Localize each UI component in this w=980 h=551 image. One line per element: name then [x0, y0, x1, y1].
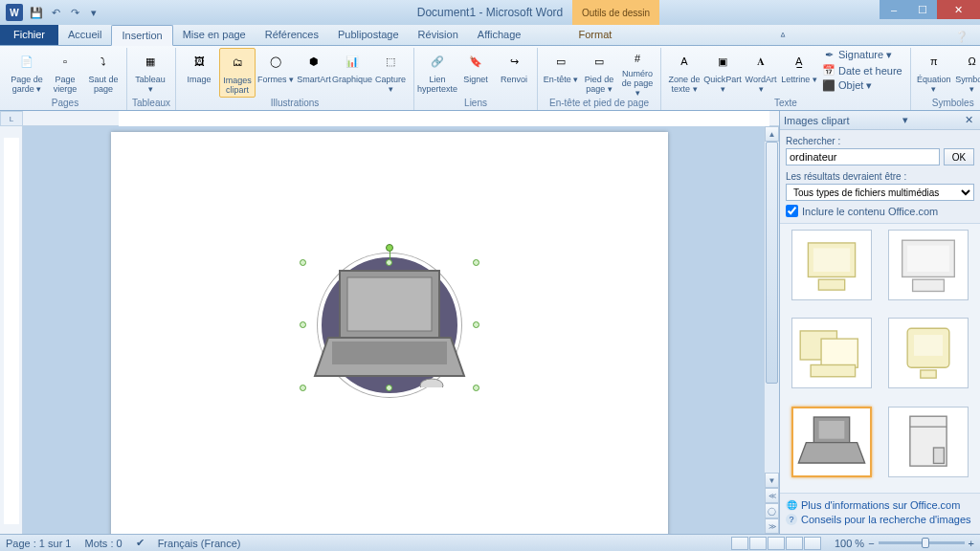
pane-menu-icon[interactable]: ▾: [900, 114, 911, 126]
resize-handle-sw[interactable]: [300, 385, 306, 391]
ribbon-small-button[interactable]: 📅Date et heure: [819, 63, 905, 77]
ribbon-button[interactable]: 🔖Signet: [457, 48, 494, 98]
pane-header[interactable]: Images clipart ▾ ✕: [780, 111, 980, 130]
browse-object-icon[interactable]: ◯: [765, 503, 779, 518]
ribbon-button[interactable]: ⬢SmartArt: [296, 48, 332, 98]
ribbon-button[interactable]: πÉquation ▾: [916, 48, 952, 98]
outline-view[interactable]: [786, 537, 803, 550]
resize-handle-w[interactable]: [300, 321, 306, 328]
laptop-clipart-selection[interactable]: [303, 263, 476, 387]
ribbon-button[interactable]: 🗂Images clipart: [219, 48, 256, 98]
ribbon-small-button[interactable]: ✒Signature ▾: [819, 48, 905, 62]
clipart-thumb[interactable]: [791, 318, 872, 388]
resize-handle-e[interactable]: [473, 321, 479, 328]
clipart-thumb[interactable]: [888, 318, 969, 388]
ribbon-button[interactable]: ▣QuickPart ▾: [704, 48, 741, 98]
ribbon-button[interactable]: ↪Renvoi: [496, 48, 532, 98]
tab-publipostage[interactable]: Publipostage: [328, 24, 409, 45]
zoom-slider[interactable]: [879, 541, 965, 544]
help-icon[interactable]: ❔: [949, 29, 974, 45]
ribbon-button[interactable]: ▭En-tête ▾: [543, 48, 579, 98]
rotate-handle[interactable]: [386, 244, 393, 252]
vertical-ruler[interactable]: [0, 126, 23, 534]
media-type-select[interactable]: Tous types de fichiers multimédias: [786, 184, 974, 201]
minimize-button[interactable]: –: [880, 0, 908, 19]
fullscreen-view[interactable]: [749, 537, 767, 550]
resize-handle-se[interactable]: [473, 385, 479, 391]
ribbon-button[interactable]: A̲Lettrine ▾: [781, 48, 817, 98]
svg-rect-12: [821, 339, 858, 367]
word-count[interactable]: Mots : 0: [85, 538, 122, 549]
include-office-checkbox[interactable]: Inclure le contenu Office.com: [786, 205, 974, 217]
qat-customize-icon[interactable]: ▾: [86, 5, 101, 20]
ribbon-button[interactable]: ⬚Capture ▾: [372, 48, 409, 98]
ribbon-button[interactable]: ▦Tableau ▾: [132, 48, 168, 98]
maximize-button[interactable]: ☐: [908, 0, 937, 19]
search-input[interactable]: [786, 148, 940, 165]
scroll-down-icon[interactable]: ▼: [765, 473, 779, 488]
ribbon-button[interactable]: ▭Pied de page ▾: [581, 48, 617, 98]
ribbon-button[interactable]: 𝐀WordArt ▾: [743, 48, 779, 98]
language-status[interactable]: Français (France): [158, 538, 241, 549]
search-ok-button[interactable]: OK: [944, 148, 974, 165]
print-layout-view[interactable]: [731, 537, 748, 550]
web-view[interactable]: [768, 537, 785, 550]
zoom-level[interactable]: 100 %: [835, 538, 864, 549]
zoom-in-button[interactable]: +: [969, 538, 974, 549]
tab-references[interactable]: Références: [256, 24, 328, 45]
pane-close-icon[interactable]: ✕: [962, 114, 976, 126]
ribbon-button[interactable]: AZone de texte ▾: [666, 48, 702, 98]
office-link[interactable]: 🌐Plus d'informations sur Office.com: [786, 499, 974, 511]
ribbon-button[interactable]: 🔗Lien hypertexte: [419, 48, 456, 98]
page[interactable]: [111, 132, 668, 534]
ribbon-label: Équation ▾: [916, 75, 952, 94]
page-status[interactable]: Page : 1 sur 1: [6, 538, 72, 549]
undo-button[interactable]: ↶: [48, 5, 63, 20]
clipart-thumb[interactable]: [791, 230, 872, 300]
ribbon-group-label: Texte: [666, 98, 905, 110]
scroll-thumb[interactable]: [766, 142, 778, 384]
ribbon-button[interactable]: ▫Page vierge: [47, 48, 83, 98]
ribbon-minimize-icon[interactable]: ᐞ: [774, 29, 791, 45]
tab-format[interactable]: Format: [568, 24, 621, 45]
zoom-out-button[interactable]: −: [868, 538, 874, 549]
close-button[interactable]: ✕: [937, 0, 980, 19]
tab-revision[interactable]: Révision: [409, 24, 468, 45]
tab-insertion[interactable]: Insertion: [111, 25, 172, 46]
ribbon-label: Image: [188, 75, 212, 84]
prev-page-icon[interactable]: ≪: [765, 488, 779, 503]
tips-link[interactable]: ?Conseils pour la recherche d'images: [786, 514, 974, 525]
next-page-icon[interactable]: ≫: [765, 518, 779, 534]
ribbon-button[interactable]: 📄Page de garde ▾: [9, 48, 45, 98]
tab-accueil[interactable]: Accueil: [58, 24, 111, 45]
include-office-input[interactable]: [786, 205, 798, 217]
ribbon-button[interactable]: ΩSymbole ▾: [954, 48, 980, 98]
clipart-thumb[interactable]: [888, 230, 969, 300]
clipart-thumb[interactable]: [888, 407, 969, 477]
ribbon-small-button[interactable]: ⬛Objet ▾: [819, 78, 905, 93]
ribbon-button[interactable]: ⤵Saut de page: [85, 48, 122, 98]
zoom-slider-thumb[interactable]: [922, 538, 929, 548]
resize-handle-s[interactable]: [386, 385, 392, 391]
ribbon-button[interactable]: 📊Graphique: [334, 48, 370, 98]
tab-mise-en-page[interactable]: Mise en page: [173, 24, 256, 45]
scroll-up-icon[interactable]: ▲: [765, 126, 779, 142]
resize-handle-nw[interactable]: [300, 259, 306, 266]
tab-affichage[interactable]: Affichage: [468, 24, 531, 45]
ribbon-button[interactable]: ◯Formes ▾: [257, 48, 294, 98]
redo-button[interactable]: ↷: [67, 5, 82, 20]
ribbon-group: AZone de texte ▾▣QuickPart ▾𝐀WordArt ▾A̲…: [661, 48, 911, 110]
horizontal-ruler[interactable]: [23, 111, 779, 126]
clipart-thumb[interactable]: [791, 407, 872, 477]
draft-view[interactable]: [804, 537, 821, 550]
ribbon-icon: ▭: [588, 50, 611, 73]
ribbon-button[interactable]: 🖼Image: [181, 48, 217, 98]
ribbon-button[interactable]: #Numéro de page ▾: [619, 48, 656, 98]
document-area[interactable]: [23, 126, 779, 534]
resize-handle-ne[interactable]: [473, 259, 479, 266]
file-tab[interactable]: Fichier: [0, 24, 58, 45]
vertical-scrollbar[interactable]: ▲ ▼ ≪ ◯ ≫: [764, 126, 779, 534]
proofing-icon[interactable]: ✔: [136, 537, 145, 549]
save-button[interactable]: 💾: [29, 5, 44, 20]
resize-handle-n[interactable]: [386, 259, 392, 266]
